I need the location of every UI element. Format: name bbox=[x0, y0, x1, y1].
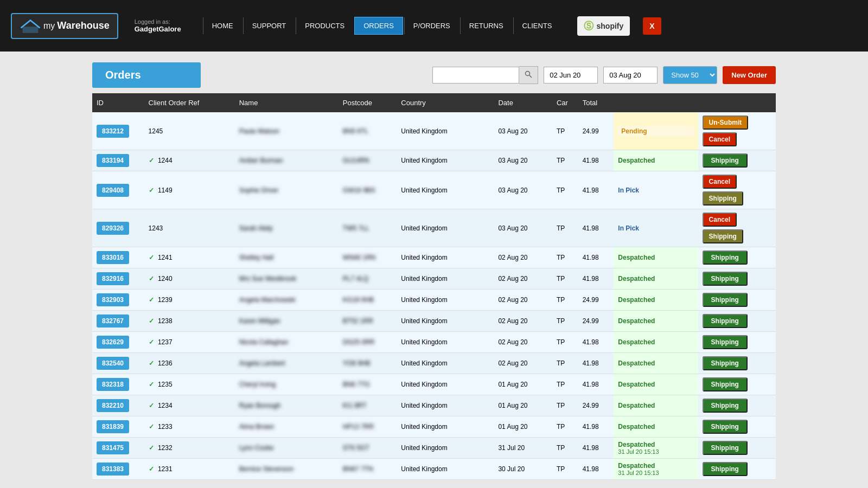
col-total: Total bbox=[578, 93, 614, 112]
id-button[interactable]: 833212 bbox=[97, 125, 129, 138]
shipping-button[interactable]: Shipping bbox=[703, 377, 748, 391]
ref-value: 1235 bbox=[158, 381, 173, 388]
cell-name: Angela Marchowski bbox=[235, 290, 339, 311]
cell-ref: ✓ 1233 bbox=[144, 416, 235, 438]
search-button[interactable] bbox=[519, 66, 538, 84]
cell-id: 832903 bbox=[92, 290, 144, 311]
cell-name: Cheryl Irving bbox=[235, 374, 339, 395]
cell-status: Despatched bbox=[614, 416, 698, 438]
id-button[interactable]: 831475 bbox=[97, 441, 129, 454]
cancel-button[interactable]: Cancel bbox=[703, 175, 737, 189]
shipping-button[interactable]: Shipping bbox=[703, 293, 748, 307]
cell-country: United Kingdom bbox=[397, 416, 494, 438]
cell-ref: ✓ 1240 bbox=[144, 268, 235, 290]
date-to-input[interactable] bbox=[603, 67, 658, 84]
id-button[interactable]: 833194 bbox=[97, 154, 129, 167]
nav-orders[interactable]: ORDERS bbox=[354, 17, 403, 35]
status-badge: Despatched bbox=[618, 462, 693, 470]
cell-id: 833194 bbox=[92, 150, 144, 171]
table-row: 831383✓ 1231Bernice StevensonBN67 7TNUni… bbox=[92, 459, 776, 480]
close-button[interactable]: X bbox=[643, 17, 661, 35]
id-button[interactable]: 832210 bbox=[97, 399, 129, 412]
id-button[interactable]: 832916 bbox=[97, 272, 129, 285]
cell-country: United Kingdom bbox=[397, 247, 494, 268]
nav-home[interactable]: HOME bbox=[203, 17, 242, 34]
col-status bbox=[614, 93, 698, 112]
cell-id: 831839 bbox=[92, 416, 144, 438]
shipping-button[interactable]: Shipping bbox=[703, 272, 748, 286]
cell-id: 832629 bbox=[92, 332, 144, 353]
shipping-button[interactable]: Shipping bbox=[703, 229, 743, 243]
id-button[interactable]: 831383 bbox=[97, 463, 129, 476]
id-button[interactable]: 829408 bbox=[97, 184, 129, 197]
cell-actions: Shipping bbox=[698, 395, 776, 416]
cell-status: In Pick bbox=[614, 171, 698, 209]
id-button[interactable]: 832540 bbox=[97, 357, 129, 370]
status-badge: Despatched bbox=[618, 359, 693, 367]
id-button[interactable]: 832903 bbox=[97, 293, 129, 306]
col-actions bbox=[698, 93, 776, 112]
action-buttons: Shipping bbox=[703, 399, 771, 413]
status-badge: In Pick bbox=[618, 187, 693, 194]
shipping-button[interactable]: Shipping bbox=[703, 462, 748, 476]
status-detail: 31 Jul 20 15:13 bbox=[618, 470, 693, 476]
cell-total: 24.99 bbox=[578, 311, 614, 332]
svg-line-2 bbox=[529, 75, 532, 78]
logo-my: my bbox=[43, 21, 55, 31]
cell-status: Despatched31 Jul 20 15:13 bbox=[614, 459, 698, 480]
cancel-button[interactable]: Cancel bbox=[703, 213, 737, 227]
nav-support[interactable]: SUPPORT bbox=[243, 17, 295, 34]
search-input[interactable] bbox=[432, 67, 519, 84]
unsubmit-button[interactable]: Un-Submit bbox=[703, 115, 749, 130]
shipping-button[interactable]: Shipping bbox=[703, 399, 748, 413]
table-row: 833016✓ 1241Shelley HallWN40 1RNUnited K… bbox=[92, 247, 776, 268]
logged-in-label-text: Logged in as: bbox=[135, 18, 181, 25]
cancel-button[interactable]: Cancel bbox=[703, 132, 737, 146]
ref-value: 1245 bbox=[149, 127, 163, 135]
new-order-button[interactable]: New Order bbox=[723, 66, 776, 84]
id-button[interactable]: 829326 bbox=[97, 222, 129, 235]
table-row: 832629✓ 1237Nicola CallaghanDG25 0RRUnit… bbox=[92, 332, 776, 353]
nav-clients[interactable]: CLIENTS bbox=[513, 17, 561, 34]
date-from-input[interactable] bbox=[544, 67, 598, 84]
shipping-button[interactable]: Shipping bbox=[703, 420, 748, 434]
status-badge: Despatched bbox=[618, 157, 693, 164]
cell-name: Amber Burman bbox=[235, 150, 339, 171]
cell-car: TP bbox=[552, 247, 578, 268]
id-button[interactable]: 832629 bbox=[97, 336, 129, 349]
shipping-button[interactable]: Shipping bbox=[703, 153, 748, 168]
ref-value: 1243 bbox=[149, 224, 163, 232]
id-button[interactable]: 831839 bbox=[97, 420, 129, 433]
cell-name: Paula Watson bbox=[235, 112, 339, 150]
shipping-button[interactable]: Shipping bbox=[703, 314, 748, 328]
id-button[interactable]: 833016 bbox=[97, 251, 129, 264]
cell-car: TP bbox=[552, 416, 578, 438]
cell-car: TP bbox=[552, 374, 578, 395]
status-badge: Despatched bbox=[618, 338, 693, 346]
toolbar: Orders Show 50 Show 100 New Order bbox=[92, 62, 776, 88]
cell-car: TP bbox=[552, 311, 578, 332]
nav-products[interactable]: PRODUCTS bbox=[296, 17, 353, 34]
shipping-button[interactable]: Shipping bbox=[703, 356, 748, 370]
shipping-button[interactable]: Shipping bbox=[703, 251, 748, 265]
nav-returns[interactable]: RETURNS bbox=[460, 17, 512, 34]
id-button[interactable]: 832767 bbox=[97, 314, 129, 328]
cell-postcode: KG19 0HB bbox=[339, 290, 397, 311]
id-button[interactable]: 832318 bbox=[97, 378, 129, 391]
shipping-button[interactable]: Shipping bbox=[703, 441, 748, 455]
cell-name: Ryan Borough bbox=[235, 395, 339, 416]
shipping-button[interactable]: Shipping bbox=[703, 335, 748, 349]
cell-actions: Shipping bbox=[698, 268, 776, 290]
shopify-button[interactable]: Ⓢ shopify bbox=[577, 16, 630, 36]
cell-country: United Kingdom bbox=[397, 374, 494, 395]
nav-porders[interactable]: P/ORDERS bbox=[404, 17, 459, 34]
logo[interactable]: myWarehouse bbox=[11, 13, 118, 39]
cell-id: 833016 bbox=[92, 247, 144, 268]
cell-total: 41.98 bbox=[578, 438, 614, 459]
shipping-button[interactable]: Shipping bbox=[703, 191, 743, 206]
cell-car: TP bbox=[552, 290, 578, 311]
col-car: Car bbox=[552, 93, 578, 112]
col-ref: Client Order Ref bbox=[144, 93, 235, 112]
check-mark-icon: ✓ bbox=[149, 254, 156, 261]
show-select[interactable]: Show 50 Show 100 bbox=[663, 66, 717, 84]
